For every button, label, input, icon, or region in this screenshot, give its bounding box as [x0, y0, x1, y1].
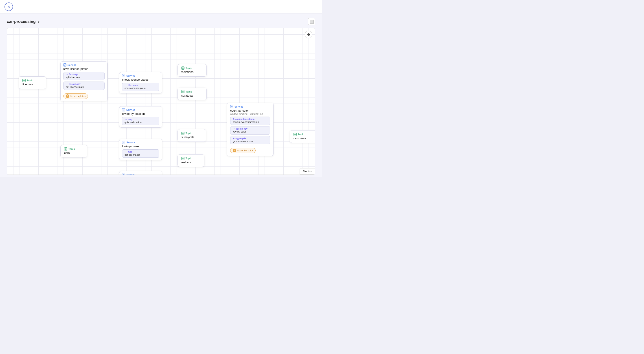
sub-node-name8: key-by-color	[233, 130, 268, 133]
service-name6: count-by-color	[230, 109, 270, 112]
service-name: save-license-plates	[63, 67, 104, 71]
app-shell: ≋ car-processing ∨ ⬜ ⚙	[0, 0, 322, 177]
op-icon3: ⋯	[124, 84, 127, 87]
sub-node-label3: ⋯ filter-map	[124, 84, 157, 87]
service-type-label4: Service	[126, 141, 135, 144]
service-type-label5: Service	[126, 173, 135, 175]
store-badge: S licence-plates	[63, 94, 88, 99]
service-speeding-cars[interactable]: ⇄ Service speeding-cars ⋎ filter is-spee…	[119, 171, 162, 175]
sub-node-label7: ↻ assign-timestamp	[233, 118, 268, 120]
service-count-by-color[interactable]: ⇄ Service count-by-color window: tumblin…	[227, 103, 274, 156]
op-icon2: ⋯	[66, 83, 68, 85]
sub-node-aggregate[interactable]: ✦ aggregate get-car-color-count	[230, 136, 270, 144]
topic-licenses[interactable]: ▦ Topic licenses	[18, 76, 46, 89]
topic-type-label3: Topic	[186, 90, 192, 93]
sub-node-label9: ✦ aggregate	[233, 137, 268, 140]
service-name2: check-license-plates	[122, 78, 159, 81]
sub-node-assignkey[interactable]: ⋯ assign-key get-license-plate	[63, 82, 104, 90]
sub-node-assign-ts[interactable]: ↻ assign-timestamp assign-event-timestam…	[230, 117, 270, 125]
topic-type-label5: Topic	[186, 132, 192, 135]
topic-cars[interactable]: ▦ Topic cars	[60, 145, 87, 157]
sub-node-map2[interactable]: ⋯ map get-car-maker	[122, 149, 159, 158]
service-divide-by-location[interactable]: ⇄ Service divide-by-location ⋯ map get-c…	[119, 106, 162, 128]
sub-node-label8: ⋯ assign-key	[233, 128, 268, 130]
topic-icon4: ▦	[64, 147, 67, 151]
topic-type-label2: Topic	[186, 67, 192, 69]
op-icon4: ⋯	[124, 118, 127, 121]
sub-node-name9: get-car-color-count	[233, 140, 268, 143]
op-icon8: ✦	[233, 137, 234, 140]
top-bar: ≋	[0, 0, 322, 14]
topic-name3: saratoga	[181, 94, 203, 97]
service-icon4: ⇄	[122, 141, 125, 144]
service-check-license-plates[interactable]: ⇄ Service check-license-plates ⋯ filter-…	[119, 72, 162, 94]
store-badge2: S count-by-color	[230, 148, 256, 153]
store-name2: count-by-color	[238, 149, 253, 152]
window-info: window: tumbling duration: 30s	[230, 113, 270, 115]
sub-node-map1[interactable]: ⋯ map get-car-location	[122, 117, 159, 125]
service-type-label6: Service	[234, 105, 243, 108]
service-type-label: Service	[68, 64, 76, 66]
topic-icon3: ▦	[181, 90, 184, 93]
store-icon: S	[66, 94, 69, 98]
service-lookup-maker[interactable]: ⇄ Service lookup-maker ⋯ map get-car-mak…	[119, 139, 162, 160]
topic-name4: cars	[64, 151, 84, 155]
topic-name5: sunnyvale	[181, 135, 202, 139]
topic-type-label: Topic	[27, 79, 33, 82]
topic-type-label4: Topic	[68, 148, 75, 150]
sub-node-assign-key2[interactable]: ⋯ assign-key key-by-color	[230, 126, 270, 135]
topic-violations[interactable]: ▦ Topic violations	[178, 64, 207, 77]
topic-icon6: ▦	[181, 157, 184, 160]
sub-node-label5: ⋯ map	[124, 151, 157, 153]
logo-icon: ≋	[8, 5, 10, 9]
sub-node-name: split-licenses	[66, 76, 102, 79]
sub-node-name4: get-car-location	[124, 121, 157, 124]
app-logo: ≋	[4, 3, 13, 11]
service-icon5: ⇄	[122, 173, 125, 175]
sub-node-name7: assign-event-timestamp	[233, 121, 268, 123]
topic-name6: makers	[181, 161, 200, 164]
duration-label: duration: 30s	[250, 113, 264, 115]
op-icon5: ⋯	[124, 151, 127, 153]
topic-makers[interactable]: ▦ Topic makers	[178, 154, 204, 167]
service-type-label3: Service	[126, 109, 135, 111]
topic-name: licenses	[22, 83, 42, 86]
sub-node-label2: ⋯ assign-key	[66, 83, 102, 85]
pipeline-title: car-processing ∨	[7, 19, 40, 24]
settings-button[interactable]: ⚙	[305, 31, 312, 39]
op-icon7: ⋯	[233, 128, 235, 130]
service-name3: divide-by-location	[122, 112, 159, 115]
sub-node-name3: check-license-plate	[124, 87, 157, 89]
layout-button[interactable]: ⬜	[308, 18, 315, 25]
service-name4: lookup-maker	[122, 145, 159, 148]
topic-type-label6: Topic	[186, 157, 192, 160]
chevron-down-icon[interactable]: ∨	[38, 20, 40, 23]
topic-saratoga[interactable]: ▦ Topic saratoga	[178, 88, 207, 100]
service-save-license-plates[interactable]: ⇄ Service save-license-plates ⋯ flat-map…	[60, 61, 108, 101]
store-name: licence-plates	[70, 95, 86, 98]
op-icon: ⋯	[66, 73, 68, 76]
topic-icon8: ▦	[294, 133, 297, 136]
topic-sunnyvale[interactable]: ▦ Topic sunnyvale	[178, 129, 206, 142]
topic-icon5: ▦	[181, 132, 184, 135]
topic-icon: ▦	[22, 79, 26, 82]
op-icon6: ↻	[233, 118, 234, 120]
sub-node-name2: get-license-plate	[66, 86, 102, 88]
topic-icon2: ▦	[181, 67, 184, 70]
sub-node-filtermap[interactable]: ⋯ filter-map check-license-plate	[122, 83, 159, 91]
topic-name8: car-colors	[294, 137, 314, 140]
store-icon2: S	[233, 149, 236, 152]
service-icon: ⇄	[63, 63, 66, 67]
sub-node-label: ⋯ flat-map	[66, 73, 102, 76]
service-icon3: ⇄	[122, 108, 125, 111]
canvas-area: ⚙	[7, 28, 315, 175]
topic-type-label8: Topic	[298, 133, 304, 136]
metrics-button[interactable]: Metrics	[300, 168, 315, 175]
service-icon6: ⇄	[230, 105, 233, 108]
sub-node-name5: get-car-maker	[124, 153, 157, 156]
sub-node-flatmap[interactable]: ⋯ flat-map split-licenses	[63, 72, 104, 80]
main-content: car-processing ∨ ⬜ ⚙	[0, 14, 322, 177]
topic-car-colors[interactable]: ▦ Topic car-colors	[290, 130, 315, 143]
service-type-label2: Service	[126, 74, 135, 77]
window-label: window: tumbling	[230, 113, 248, 115]
